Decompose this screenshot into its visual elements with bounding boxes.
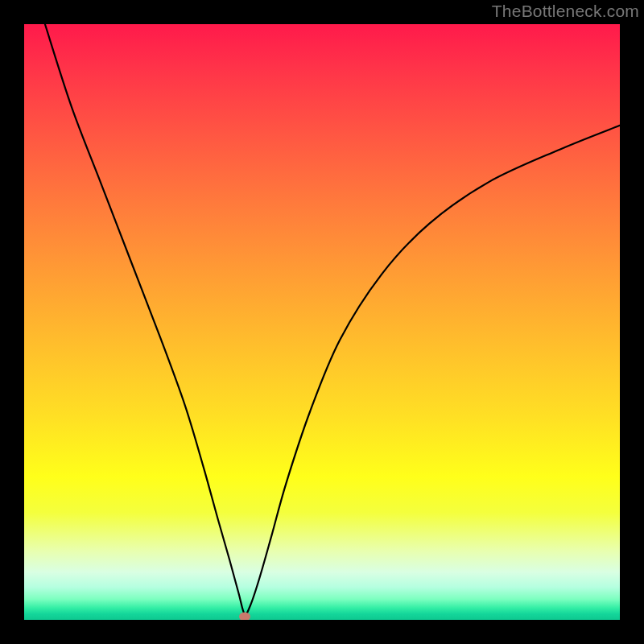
plot-area <box>24 24 620 620</box>
gradient-background <box>24 24 620 620</box>
chart-frame: TheBottleneck.com <box>0 0 644 644</box>
watermark-text: TheBottleneck.com <box>492 2 639 21</box>
